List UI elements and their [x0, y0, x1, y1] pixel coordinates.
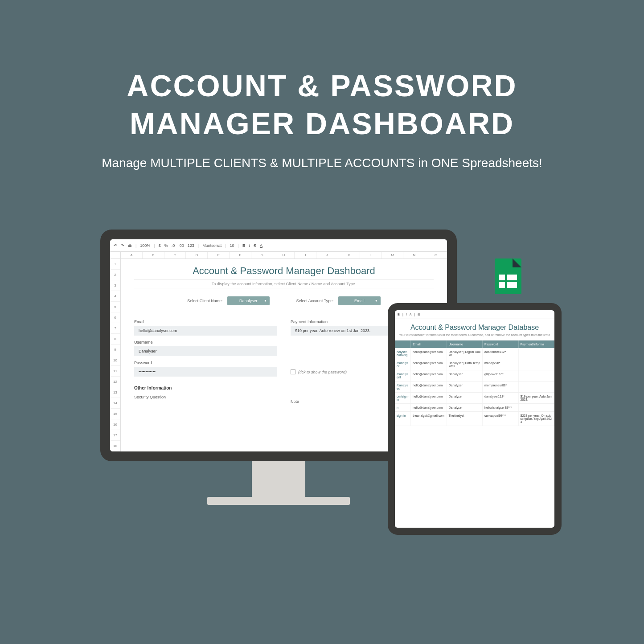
- font-select[interactable]: Montserrat: [202, 243, 222, 248]
- database-rows: nalyser.com/dighello@danalyser.comDanaly…: [395, 348, 554, 426]
- dashboard-title: Account & Password Manager Dashboard: [134, 265, 434, 277]
- account-type-select[interactable]: Email: [338, 296, 381, 305]
- table-row: /danalyserilhello@danalyser.comDanalyser…: [395, 370, 554, 381]
- table-row: /danalyserhello@danalyser.comDanalyser |…: [395, 359, 554, 370]
- client-name-label: Select Client Name:: [187, 299, 223, 303]
- other-info-heading: Other Information: [134, 386, 277, 390]
- redo-icon[interactable]: ↷: [121, 243, 124, 248]
- underline-button[interactable]: A: [410, 313, 412, 316]
- tablet-mockup: B | I A | ⊞ Account & Password Manager D…: [388, 303, 562, 535]
- spreadsheet-database-screen: B | I A | ⊞ Account & Password Manager D…: [395, 310, 554, 528]
- table-row: om/sign-inhello@danalyser.comDanalyserda…: [395, 393, 554, 404]
- username-value: Danalyser: [134, 346, 277, 356]
- print-icon[interactable]: 🖶: [128, 243, 132, 248]
- table-row: nalyser.com/dighello@danalyser.comDanaly…: [395, 348, 554, 359]
- bold-button[interactable]: B: [242, 243, 246, 248]
- merge-button[interactable]: ⊞: [418, 313, 420, 316]
- hero-section: ACCOUNT & PASSWORD MANAGER DASHBOARD Man…: [0, 67, 644, 170]
- email-value: hello@danalyser.com: [134, 326, 277, 336]
- password-value: ••••••••••••: [134, 367, 277, 377]
- table-row: sign-intheanalyst@gmail.comTheAnalystcan…: [395, 412, 554, 426]
- security-question-label: Security Question: [134, 395, 277, 399]
- password-label: Password: [134, 361, 277, 365]
- percent-button[interactable]: %: [164, 243, 168, 248]
- italic-button[interactable]: I: [249, 243, 250, 248]
- table-row: /danalyser/hello@danalyser.comDanalyserm…: [395, 381, 554, 393]
- dashboard-subtitle: To display the account information, sele…: [134, 279, 434, 288]
- hero-subtitle: Manage MULTIPLE CLIENTS & MULTIPLE ACCOU…: [0, 156, 644, 170]
- currency-button[interactable]: £: [159, 243, 161, 248]
- strike-button[interactable]: S: [254, 243, 256, 248]
- bold-button[interactable]: B: [398, 313, 400, 316]
- table-row: nhello@danalyser.comDanalyserhellodanaly…: [395, 404, 554, 412]
- show-password-label: (tick to show the password): [298, 370, 347, 374]
- text-color-button[interactable]: A: [260, 243, 263, 248]
- column-headers: ABCDEFGHIJKLMNO: [110, 252, 447, 259]
- row-headers: 123456789101112131415161718: [110, 259, 121, 451]
- database-title: Account & Password Manager Database: [395, 319, 554, 333]
- database-header-row: EmailUsernamePasswordPayment Informa: [395, 340, 554, 348]
- client-name-select[interactable]: Danalyser: [227, 296, 270, 305]
- hero-title: ACCOUNT & PASSWORD MANAGER DASHBOARD: [0, 67, 644, 143]
- font-size-select[interactable]: 10: [230, 243, 234, 248]
- database-subtitle: Your client account information in the t…: [395, 333, 554, 340]
- username-label: Username: [134, 340, 277, 345]
- zoom-select[interactable]: 100%: [140, 243, 150, 248]
- italic-button[interactable]: I: [406, 313, 407, 316]
- email-label: Email: [134, 320, 277, 324]
- undo-icon[interactable]: ↶: [114, 243, 117, 248]
- account-type-label: Select Account Type:: [296, 299, 334, 303]
- tablet-toolbar: B | I A | ⊞: [395, 310, 554, 319]
- google-sheets-icon: [495, 258, 521, 294]
- show-password-checkbox[interactable]: [291, 369, 295, 374]
- number-format-button[interactable]: 123: [188, 243, 194, 248]
- sheets-toolbar: ↶ ↷ 🖶 | 100% | £ % .0 .00 123 | Montserr…: [110, 239, 447, 252]
